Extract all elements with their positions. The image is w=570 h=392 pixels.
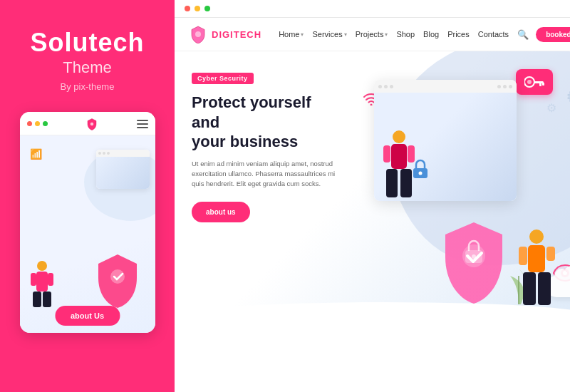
nav-logo-icon [189,25,207,43]
gear-large-icon: ⚙ [566,87,570,107]
key-icon [516,69,553,95]
gear-small-icon: ⚙ [546,101,556,115]
mobile-shield-svg [93,251,142,308]
brand-title: Solutech [30,29,144,57]
illus-browser-window [374,80,517,201]
hero-title: Protect yourself and your business [192,93,343,152]
browser-dot-red [185,6,190,11]
svg-point-25 [472,254,476,259]
illus-browser-top [374,80,517,93]
about-us-button[interactable]: about us [192,202,250,222]
browser-chrome [175,0,570,18]
svg-rect-16 [391,144,407,169]
svg-point-8 [195,31,201,37]
svg-rect-6 [31,273,36,286]
illus-browser-body [374,93,517,201]
illus-person-right-svg [517,229,556,308]
nav-logo-text: DIGITECH [212,29,261,40]
svg-point-22 [419,172,423,175]
mobile-wifi-icon: 📶 [30,148,42,160]
mobile-hamburger[interactable] [137,120,148,128]
nav-link-shop[interactable]: Shop [396,30,415,38]
svg-rect-7 [48,273,53,286]
browser-dot-green [204,6,210,11]
booked-button[interactable]: booked [536,27,570,42]
mobile-dot-yellow [35,121,40,126]
svg-point-15 [393,130,405,143]
mobile-topbar [20,112,155,135]
nav-logo-prefix: DIGI [212,29,234,40]
padlock-icon [410,158,431,180]
hero-left: Cyber Security Protect yourself and your… [175,51,360,322]
right-panel: DIGITECH Home ▾ Services ▾ Projects ▾ Sh… [175,0,570,392]
svg-rect-28 [523,272,536,305]
mobile-browser-mini [96,150,150,189]
mobile-logo-icon [86,118,98,130]
hero-section: Cyber Security Protect yourself and your… [175,51,570,322]
mobile-dot-green [43,121,48,126]
mobile-content: 📶 [20,135,155,333]
mobile-about-us-area: about Us [55,306,120,326]
nav-link-home[interactable]: Home ▾ [279,30,304,38]
nav-link-projects[interactable]: Projects ▾ [356,30,388,38]
left-panel: Solutech Theme By pix-theme [0,0,175,392]
svg-point-0 [90,122,94,125]
svg-rect-3 [36,272,48,292]
svg-point-26 [529,229,544,244]
illus-container: ⚙ ⚙ 🌐 [360,58,570,322]
brand-by: By pix-theme [61,81,115,92]
brand-subtitle: Theme [63,58,111,77]
svg-point-10 [527,80,532,84]
svg-rect-19 [383,145,390,163]
mobile-logo [86,118,98,130]
hero-description: Ut enim ad minim veniam aliquip amet, no… [192,159,343,190]
mobile-mockup: 📶 [20,112,155,333]
hero-illustration: ⚙ ⚙ 🌐 [360,51,570,322]
illus-dot-3 [390,85,393,88]
nav-logo: DIGITECH [189,25,261,43]
cyber-badge: Cyber Security [192,73,254,84]
browser-body: DIGITECH Home ▾ Services ▾ Projects ▾ Sh… [175,18,570,392]
navbar: DIGITECH Home ▾ Services ▾ Projects ▾ Sh… [175,18,570,51]
mobile-dot-red [27,121,32,126]
mobile-person-svg [28,260,56,310]
main-shield-svg [438,219,509,304]
search-icon[interactable]: 🔍 [517,29,529,40]
svg-rect-13 [542,83,544,86]
svg-rect-4 [33,292,41,307]
illus-dot-2 [384,85,388,88]
svg-rect-5 [43,292,51,307]
svg-point-2 [37,261,47,271]
nav-link-services[interactable]: Services ▾ [312,30,346,38]
mobile-traffic-lights [27,121,48,126]
nav-link-blog[interactable]: Blog [423,30,439,38]
nav-links: Home ▾ Services ▾ Projects ▾ Shop Blog P… [279,29,529,40]
svg-rect-12 [539,83,542,86]
svg-point-1 [110,269,125,284]
mobile-about-us-button[interactable]: about Us [55,306,120,326]
nav-link-contacts[interactable]: Contacts [478,30,509,38]
svg-rect-27 [528,245,545,272]
svg-rect-30 [519,247,527,265]
nav-logo-suffix: TECH [234,29,261,40]
illus-dot-1 [378,85,382,88]
svg-rect-31 [546,247,555,261]
svg-point-14 [370,104,373,106]
nav-link-prices[interactable]: Prices [447,30,470,38]
svg-rect-17 [386,169,398,197]
svg-rect-11 [534,81,544,83]
browser-dot-yellow [195,6,200,11]
svg-rect-29 [538,272,551,305]
